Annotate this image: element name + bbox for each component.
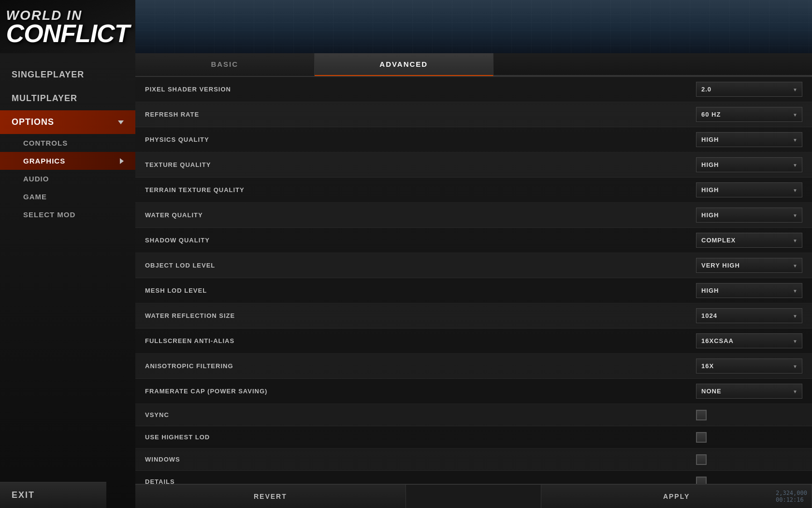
dropdown-wrapper-mesh_lod: LOWMEDIUMHIGHVERY HIGH xyxy=(696,283,802,298)
dropdown-texture_quality[interactable]: LOWMEDIUMHIGHVERY HIGH xyxy=(696,157,802,172)
setting-label-pixel_shader: PIXEL SHADER VERSION xyxy=(145,86,696,93)
dropdown-physics_quality[interactable]: LOWMEDIUMHIGHVERY HIGH xyxy=(696,132,802,147)
select-mod-label: SELECT MOD xyxy=(23,210,75,219)
setting-label-details: DETAILS xyxy=(145,478,696,484)
checkbox-windows[interactable] xyxy=(696,454,707,465)
sidebar-item-select-mod[interactable]: SELECT MOD xyxy=(0,206,135,224)
dropdown-wrapper-physics_quality: LOWMEDIUMHIGHVERY HIGH xyxy=(696,132,802,147)
sidebar-item-multiplayer[interactable]: MULTIPLAYER xyxy=(0,87,135,110)
settings-scroll-area[interactable]: PIXEL SHADER VERSION2.03.0REFRESH RATE60… xyxy=(135,77,812,484)
setting-control-pixel_shader: 2.03.0 xyxy=(696,82,802,97)
sidebar-multiplayer-label: MULTIPLAYER xyxy=(12,93,77,104)
dropdown-mesh_lod[interactable]: LOWMEDIUMHIGHVERY HIGH xyxy=(696,283,802,298)
setting-label-texture_quality: TEXTURE QUALITY xyxy=(145,161,696,168)
setting-label-shadow_quality: SHADOW QUALITY xyxy=(145,237,696,244)
top-background xyxy=(135,0,812,53)
dropdown-wrapper-water_reflection_size: 25651210242048 xyxy=(696,308,802,323)
main-content-area: BASIC ADVANCED PIXEL SHADER VERSION2.03.… xyxy=(135,53,812,508)
sidebar: SINGLEPLAYER MULTIPLAYER OPTIONS CONTROL… xyxy=(0,53,135,508)
sidebar-item-options[interactable]: OPTIONS xyxy=(0,110,135,134)
setting-control-terrain_texture_quality: LOWMEDIUMHIGHVERY HIGH xyxy=(696,182,802,197)
setting-control-anisotropic_filtering: OFF2X4X8X16X xyxy=(696,359,802,374)
setting-control-water_quality: LOWMEDIUMHIGHVERY HIGH xyxy=(696,208,802,223)
setting-label-use_highest_lod: USE HIGHEST LOD xyxy=(145,433,696,441)
setting-row-refresh_rate: REFRESH RATE60 HZ75 HZ85 HZ100 HZ120 HZ xyxy=(135,102,812,127)
game-label: GAME xyxy=(23,193,47,201)
controls-label: CONTROLS xyxy=(23,139,68,147)
setting-label-water_quality: WATER QUALITY xyxy=(145,211,696,219)
game-logo: WORLD IN CONFLICT xyxy=(6,9,130,45)
audio-label: AUDIO xyxy=(23,175,49,183)
setting-row-physics_quality: PHYSICS QUALITYLOWMEDIUMHIGHVERY HIGH xyxy=(135,127,812,152)
dropdown-wrapper-shadow_quality: LOWMEDIUMHIGHCOMPLEX xyxy=(696,233,802,248)
dropdown-terrain_texture_quality[interactable]: LOWMEDIUMHIGHVERY HIGH xyxy=(696,182,802,197)
apply-button[interactable]: APPLY xyxy=(541,485,812,508)
setting-control-vsync xyxy=(696,410,802,420)
dropdown-wrapper-texture_quality: LOWMEDIUMHIGHVERY HIGH xyxy=(696,157,802,172)
setting-row-vsync: VSYNC xyxy=(135,404,812,426)
sidebar-item-graphics[interactable]: GRAPHICS xyxy=(0,152,135,170)
setting-row-mesh_lod: MESH LOD LEVELLOWMEDIUMHIGHVERY HIGH xyxy=(135,278,812,303)
sidebar-item-game[interactable]: GAME xyxy=(0,188,135,206)
tab-spacer xyxy=(493,53,812,76)
sidebar-item-audio[interactable]: AUDIO xyxy=(0,170,135,188)
setting-row-water_quality: WATER QUALITYLOWMEDIUMHIGHVERY HIGH xyxy=(135,203,812,228)
dropdown-wrapper-anisotropic_filtering: OFF2X4X8X16X xyxy=(696,359,802,374)
dropdown-framerate_cap[interactable]: NONE30 FPS60 FPS xyxy=(696,384,802,399)
dropdown-water_quality[interactable]: LOWMEDIUMHIGHVERY HIGH xyxy=(696,208,802,223)
revert-button[interactable]: REVERT xyxy=(135,485,406,508)
exit-button[interactable]: EXIT xyxy=(0,482,106,508)
setting-row-water_reflection_size: WATER REFLECTION SIZE25651210242048 xyxy=(135,303,812,329)
bottom-spacer xyxy=(406,485,541,508)
dropdown-wrapper-water_quality: LOWMEDIUMHIGHVERY HIGH xyxy=(696,208,802,223)
setting-control-refresh_rate: 60 HZ75 HZ85 HZ100 HZ120 HZ xyxy=(696,107,802,122)
dropdown-fullscreen_anti_alias[interactable]: NONE2X4X8X16XCSAA xyxy=(696,333,802,348)
setting-control-windows xyxy=(696,454,802,465)
checkbox-use_highest_lod[interactable] xyxy=(696,432,707,443)
setting-label-mesh_lod: MESH LOD LEVEL xyxy=(145,287,696,294)
setting-row-texture_quality: TEXTURE QUALITYLOWMEDIUMHIGHVERY HIGH xyxy=(135,152,812,178)
dropdown-object_lod[interactable]: LOWMEDIUMHIGHVERY HIGH xyxy=(696,258,802,273)
dropdown-wrapper-pixel_shader: 2.03.0 xyxy=(696,82,802,97)
setting-row-object_lod: OBJECT LOD LEVELLOWMEDIUMHIGHVERY HIGH xyxy=(135,253,812,278)
setting-row-framerate_cap: FRAMERATE CAP (POWER SAVING)NONE30 FPS60… xyxy=(135,379,812,404)
tab-basic[interactable]: BASIC xyxy=(135,53,315,76)
setting-label-water_reflection_size: WATER REFLECTION SIZE xyxy=(145,312,696,319)
setting-label-vsync: VSYNC xyxy=(145,411,696,418)
checkbox-details[interactable] xyxy=(696,477,707,484)
setting-label-terrain_texture_quality: TERRAIN TEXTURE QUALITY xyxy=(145,186,696,194)
setting-label-windows: WINDOWS xyxy=(145,456,696,463)
graphics-chevron-right-icon xyxy=(120,158,124,164)
dropdown-wrapper-refresh_rate: 60 HZ75 HZ85 HZ100 HZ120 HZ xyxy=(696,107,802,122)
setting-row-pixel_shader: PIXEL SHADER VERSION2.03.0 xyxy=(135,77,812,102)
setting-control-details xyxy=(696,477,802,484)
tab-advanced[interactable]: ADVANCED xyxy=(315,53,494,76)
setting-control-texture_quality: LOWMEDIUMHIGHVERY HIGH xyxy=(696,157,802,172)
setting-control-use_highest_lod xyxy=(696,432,802,443)
setting-row-fullscreen_anti_alias: FULLSCREEN ANTI-ALIASNONE2X4X8X16XCSAA xyxy=(135,329,812,354)
setting-row-use_highest_lod: USE HIGHEST LOD xyxy=(135,426,812,448)
checkbox-vsync[interactable] xyxy=(696,410,707,420)
logo-area: WORLD IN CONFLICT xyxy=(0,0,135,53)
setting-row-anisotropic_filtering: ANISOTROPIC FILTERINGOFF2X4X8X16X xyxy=(135,354,812,379)
setting-control-shadow_quality: LOWMEDIUMHIGHCOMPLEX xyxy=(696,233,802,248)
exit-label: EXIT xyxy=(12,490,35,500)
coordinates-display: 2,324,000 00:12:16 xyxy=(776,490,807,503)
dropdown-water_reflection_size[interactable]: 25651210242048 xyxy=(696,308,802,323)
dropdown-shadow_quality[interactable]: LOWMEDIUMHIGHCOMPLEX xyxy=(696,233,802,248)
logo-main-text: CONFLICT xyxy=(6,22,130,45)
setting-row-terrain_texture_quality: TERRAIN TEXTURE QUALITYLOWMEDIUMHIGHVERY… xyxy=(135,178,812,203)
settings-tabs: BASIC ADVANCED xyxy=(135,53,812,77)
setting-control-physics_quality: LOWMEDIUMHIGHVERY HIGH xyxy=(696,132,802,147)
dropdown-refresh_rate[interactable]: 60 HZ75 HZ85 HZ100 HZ120 HZ xyxy=(696,107,802,122)
sidebar-singleplayer-label: SINGLEPLAYER xyxy=(12,70,84,80)
dropdown-pixel_shader[interactable]: 2.03.0 xyxy=(696,82,802,97)
bottom-bar: REVERT APPLY xyxy=(135,484,812,508)
dropdown-wrapper-framerate_cap: NONE30 FPS60 FPS xyxy=(696,384,802,399)
sidebar-item-controls[interactable]: CONTROLS xyxy=(0,134,135,152)
setting-control-water_reflection_size: 25651210242048 xyxy=(696,308,802,323)
dropdown-anisotropic_filtering[interactable]: OFF2X4X8X16X xyxy=(696,359,802,374)
sidebar-item-singleplayer[interactable]: SINGLEPLAYER xyxy=(0,63,135,87)
setting-label-fullscreen_anti_alias: FULLSCREEN ANTI-ALIAS xyxy=(145,337,696,344)
options-chevron-down-icon xyxy=(118,120,124,124)
